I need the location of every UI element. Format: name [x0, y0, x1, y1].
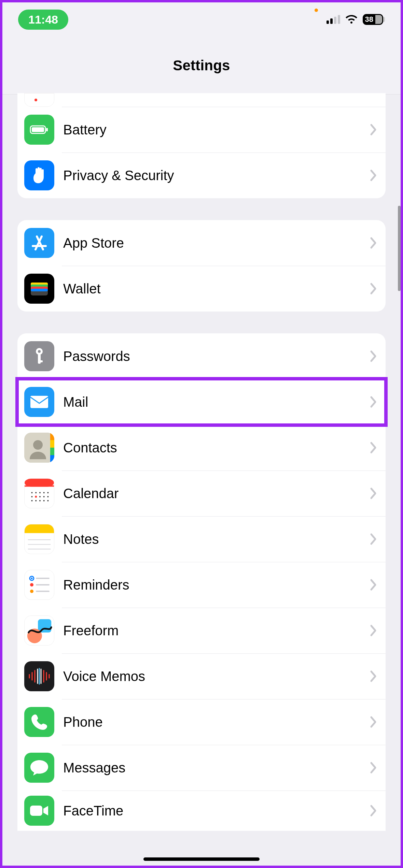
- svg-rect-13: [30, 396, 48, 408]
- chevron-right-icon: [370, 579, 377, 591]
- appstore-icon: [24, 228, 54, 258]
- facetime-icon: [24, 796, 54, 826]
- mail-icon: [24, 387, 54, 417]
- settings-row-appstore[interactable]: App Store: [17, 220, 386, 266]
- battery-icon: 38: [363, 14, 383, 25]
- svg-rect-62: [30, 806, 42, 816]
- settings-group-apps: Passwords Mail Contacts: [17, 333, 386, 831]
- svg-point-33: [31, 500, 33, 502]
- page-title: Settings: [173, 57, 230, 74]
- status-time: 11:48: [18, 10, 68, 30]
- row-label: Notes: [63, 532, 370, 547]
- nav-bar: Settings: [2, 37, 401, 95]
- svg-rect-16: [50, 433, 54, 440]
- settings-row-voicememos[interactable]: Voice Memos: [17, 653, 386, 699]
- settings-row-notes[interactable]: Notes: [17, 516, 386, 562]
- svg-point-37: [47, 500, 48, 502]
- chevron-right-icon: [370, 716, 377, 728]
- cellular-signal-icon: [326, 15, 340, 24]
- settings-row-battery[interactable]: Battery: [17, 107, 386, 153]
- svg-point-26: [43, 492, 45, 493]
- svg-point-30: [39, 496, 41, 497]
- svg-rect-2: [32, 127, 44, 132]
- hand-icon: [24, 160, 54, 190]
- chevron-right-icon: [370, 350, 377, 362]
- chevron-right-icon: [370, 805, 377, 817]
- scrollbar[interactable]: [398, 206, 401, 291]
- phone-icon: [24, 707, 54, 737]
- truncated-icon: [24, 93, 54, 107]
- settings-row-freeform[interactable]: Freeform: [17, 608, 386, 653]
- chevron-right-icon: [370, 396, 377, 408]
- row-label: Wallet: [63, 281, 370, 296]
- chevron-right-icon: [370, 237, 377, 249]
- wifi-icon: [345, 14, 358, 25]
- svg-point-29: [35, 496, 37, 498]
- chevron-right-icon: [370, 533, 377, 545]
- svg-point-31: [43, 496, 45, 497]
- chevron-right-icon: [370, 487, 377, 500]
- chevron-right-icon: [370, 624, 377, 637]
- row-label: Voice Memos: [63, 669, 370, 684]
- svg-point-34: [35, 500, 37, 502]
- settings-row-contacts[interactable]: Contacts: [17, 425, 386, 471]
- settings-row-mail[interactable]: Mail: [17, 379, 386, 425]
- settings-row-calendar[interactable]: Calendar: [17, 471, 386, 516]
- svg-rect-51: [38, 619, 51, 633]
- key-icon: [24, 341, 54, 371]
- row-label: Mail: [63, 394, 370, 410]
- row-label: Calendar: [63, 486, 370, 501]
- svg-rect-39: [25, 524, 54, 533]
- svg-point-46: [30, 590, 33, 593]
- calendar-icon: [24, 478, 54, 508]
- svg-rect-12: [38, 360, 43, 362]
- home-indicator[interactable]: [143, 857, 260, 861]
- voicememos-icon: [24, 661, 54, 691]
- settings-row-facetime[interactable]: FaceTime: [17, 791, 386, 831]
- settings-row-truncated[interactable]: [17, 93, 386, 107]
- svg-rect-18: [50, 448, 54, 455]
- svg-point-24: [35, 492, 37, 493]
- row-label: Reminders: [63, 577, 370, 593]
- chevron-right-icon: [370, 442, 377, 454]
- recording-indicator-dot: [315, 9, 318, 12]
- contacts-icon: [24, 433, 54, 463]
- svg-point-15: [33, 440, 43, 450]
- svg-point-36: [43, 500, 45, 502]
- svg-point-23: [31, 492, 33, 493]
- row-label: Battery: [63, 122, 370, 138]
- chevron-right-icon: [370, 283, 377, 295]
- wallet-icon: [24, 274, 54, 304]
- svg-point-27: [47, 492, 48, 493]
- svg-point-32: [47, 496, 48, 497]
- reminders-icon: [24, 570, 54, 600]
- chevron-right-icon: [370, 670, 377, 682]
- battery-icon: [24, 115, 54, 145]
- row-label: FaceTime: [63, 803, 370, 819]
- chevron-right-icon: [370, 762, 377, 774]
- settings-scroll[interactable]: Battery Privacy & Security Ap: [2, 93, 401, 844]
- svg-point-25: [39, 492, 41, 493]
- chevron-right-icon: [370, 169, 377, 182]
- svg-point-35: [39, 500, 41, 502]
- battery-percent: 38: [364, 15, 375, 24]
- svg-point-44: [31, 578, 33, 579]
- svg-rect-17: [50, 440, 54, 448]
- settings-row-privacy[interactable]: Privacy & Security: [17, 153, 386, 198]
- svg-point-45: [30, 583, 33, 587]
- settings-row-wallet[interactable]: Wallet: [17, 266, 386, 312]
- settings-row-reminders[interactable]: Reminders: [17, 562, 386, 608]
- row-label: App Store: [63, 235, 370, 251]
- row-label: Freeform: [63, 623, 370, 638]
- settings-row-messages[interactable]: Messages: [17, 745, 386, 791]
- messages-icon: [24, 753, 54, 783]
- row-label: Messages: [63, 760, 370, 776]
- chevron-right-icon: [370, 124, 377, 136]
- svg-rect-3: [46, 128, 48, 131]
- notes-icon: [24, 524, 54, 554]
- svg-rect-19: [50, 455, 54, 463]
- settings-row-phone[interactable]: Phone: [17, 699, 386, 745]
- svg-rect-22: [25, 486, 54, 487]
- settings-row-passwords[interactable]: Passwords: [17, 333, 386, 379]
- svg-point-0: [34, 99, 37, 101]
